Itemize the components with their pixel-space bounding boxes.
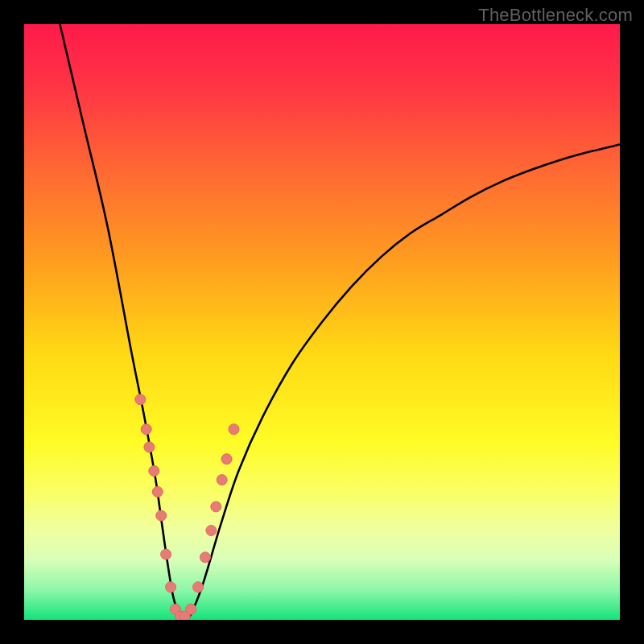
plot-area [24, 24, 620, 620]
chart-frame: TheBottleneck.com [0, 0, 644, 644]
marker-point [193, 582, 204, 592]
marker-point [206, 526, 217, 536]
watermark-text: TheBottleneck.com [478, 5, 633, 26]
marker-point [135, 394, 146, 405]
marker-point [141, 424, 151, 435]
marker-point [211, 502, 221, 512]
marker-point [144, 442, 155, 452]
marker-point [152, 486, 163, 497]
marker-point [149, 466, 159, 477]
marker-point [200, 552, 210, 563]
marker-point [229, 424, 239, 435]
marker-point [186, 604, 196, 614]
marker-point [161, 549, 171, 559]
marker-point [166, 582, 176, 592]
curve-layer [24, 24, 620, 620]
marker-point [221, 454, 232, 464]
marker-point [217, 475, 227, 485]
highlighted-points [135, 394, 239, 620]
marker-point [156, 510, 167, 521]
bottleneck-curve [60, 24, 620, 620]
